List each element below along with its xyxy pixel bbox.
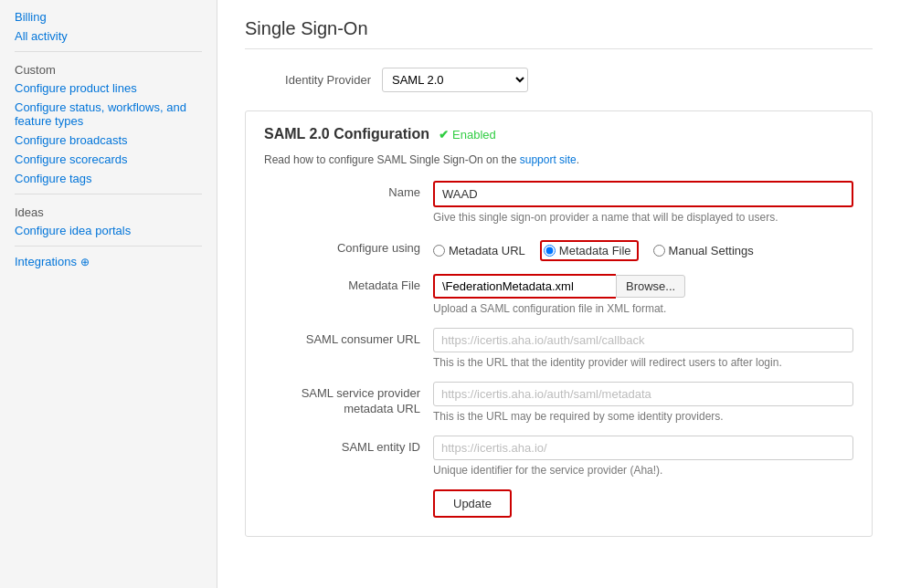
saml-consumer-url-content: This is the URL that the identity provid… [433, 328, 853, 369]
sidebar-item-all-activity[interactable]: All activity [0, 26, 217, 46]
saml-entity-id-hint: Unique identifier for the service provid… [433, 464, 853, 477]
identity-provider-row: Identity Provider SAML 2.0 [245, 68, 873, 92]
saml-consumer-url-label: SAML consumer URL [264, 328, 433, 346]
sidebar-divider-1 [15, 51, 202, 52]
sidebar-section-custom: Custom [0, 58, 217, 79]
sidebar-item-configure-idea-portals[interactable]: Configure idea portals [0, 221, 217, 240]
sidebar-item-configure-scorecards[interactable]: Configure scorecards [0, 150, 217, 169]
saml-entity-id-content: Unique identifier for the service provid… [433, 436, 853, 477]
identity-provider-label: Identity Provider [245, 73, 382, 87]
plus-icon: ⊕ [80, 256, 90, 268]
metadata-file-input[interactable] [433, 274, 616, 299]
sidebar-item-configure-product-lines[interactable]: Configure product lines [0, 79, 217, 98]
enabled-badge: ✔ Enabled [439, 128, 496, 142]
saml-entity-id-row: SAML entity ID Unique identifier for the… [264, 436, 853, 477]
sidebar-item-billing[interactable]: Billing [0, 7, 217, 26]
metadata-file-row: Metadata File Browse... Upload a SAML co… [264, 274, 853, 315]
saml-sp-metadata-url-hint: This is the URL may be required by some … [433, 410, 853, 423]
saml-sp-metadata-url-label: SAML service provider metadata URL [264, 382, 433, 417]
support-text: Read how to configure SAML Single Sign-O… [264, 153, 853, 166]
saml-entity-id-label: SAML entity ID [264, 436, 433, 454]
radio-metadata-url[interactable]: Metadata URL [433, 244, 525, 257]
sidebar-item-configure-tags[interactable]: Configure tags [0, 169, 217, 188]
page-title: Single Sign-On [245, 18, 873, 49]
saml-config-header: SAML 2.0 Configuration ✔ Enabled [264, 126, 853, 142]
sidebar-divider-3 [15, 246, 202, 247]
update-btn-row: Update [264, 489, 853, 518]
browse-button[interactable]: Browse... [616, 275, 685, 298]
sidebar: Billing All activity Custom Configure pr… [0, 0, 217, 588]
saml-consumer-url-hint: This is the URL that the identity provid… [433, 356, 853, 369]
metadata-file-label: Metadata File [264, 274, 433, 292]
name-row: Name Give this single sign-on provider a… [264, 181, 853, 224]
support-site-link[interactable]: support site [520, 153, 577, 166]
name-label: Name [264, 181, 433, 199]
name-content: Give this single sign-on provider a name… [433, 181, 853, 224]
identity-provider-select[interactable]: SAML 2.0 [382, 68, 528, 92]
saml-sp-metadata-url-content: This is the URL may be required by some … [433, 382, 853, 423]
configure-using-content: Metadata URL Metadata File Manual Settin… [433, 236, 853, 261]
saml-entity-id-input[interactable] [433, 436, 853, 460]
sidebar-divider-2 [15, 194, 202, 194]
configure-using-row: Configure using Metadata URL Metadata Fi… [264, 236, 853, 261]
configure-using-label: Configure using [264, 236, 433, 255]
update-button[interactable]: Update [433, 489, 512, 518]
sidebar-item-configure-status[interactable]: Configure status, workflows, and feature… [0, 98, 217, 131]
saml-consumer-url-row: SAML consumer URL This is the URL that t… [264, 328, 853, 369]
radio-metadata-file[interactable]: Metadata File [540, 240, 639, 261]
saml-config-section: SAML 2.0 Configuration ✔ Enabled Read ho… [245, 110, 873, 537]
saml-consumer-url-input[interactable] [433, 328, 853, 352]
name-hint: Give this single sign-on provider a name… [433, 211, 853, 224]
main-content: Single Sign-On Identity Provider SAML 2.… [217, 0, 900, 588]
file-input-group: Browse... [433, 274, 853, 299]
metadata-file-content: Browse... Upload a SAML configuration fi… [433, 274, 853, 315]
sidebar-item-integrations[interactable]: Integrations ⊕ [0, 252, 217, 271]
name-input[interactable] [433, 181, 853, 207]
check-icon: ✔ [439, 128, 449, 142]
saml-sp-metadata-url-row: SAML service provider metadata URL This … [264, 382, 853, 423]
saml-config-title: SAML 2.0 Configuration [264, 126, 429, 142]
radio-manual-settings[interactable]: Manual Settings [653, 244, 754, 257]
metadata-file-hint: Upload a SAML configuration file in XML … [433, 302, 853, 315]
radio-group: Metadata URL Metadata File Manual Settin… [433, 236, 853, 261]
sidebar-item-configure-broadcasts[interactable]: Configure broadcasts [0, 131, 217, 150]
sidebar-section-ideas: Ideas [0, 200, 217, 221]
saml-sp-metadata-url-input[interactable] [433, 382, 853, 406]
